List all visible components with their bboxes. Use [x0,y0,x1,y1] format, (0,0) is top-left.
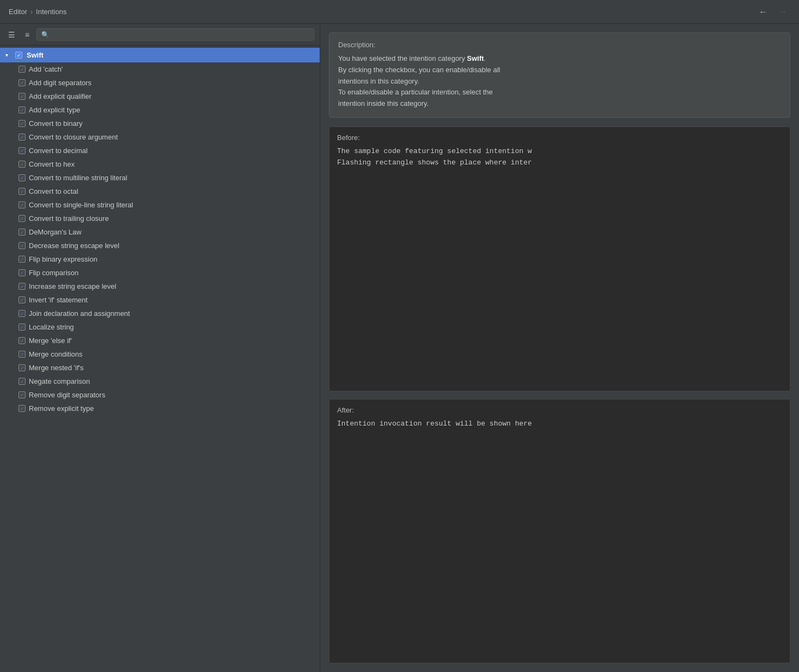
item-label: Merge 'else if' [29,337,72,345]
item-checkbox[interactable]: ✓ [18,66,26,73]
list-item[interactable]: ✓ Merge conditions [0,347,320,361]
item-checkbox[interactable]: ✓ [18,120,26,127]
item-label: Convert to octal [29,187,78,195]
list-item[interactable]: ✓ Add 'catch' [0,62,320,76]
item-checkbox[interactable]: ✓ [18,337,26,344]
item-checkbox[interactable]: ✓ [18,174,26,181]
list-item[interactable]: ✓ Convert to trailing closure [0,212,320,225]
item-checkbox[interactable]: ✓ [18,391,26,398]
top-bar: Editor › Intentions ← → [0,0,799,24]
item-label: Increase string escape level [29,282,116,290]
item-checkbox[interactable]: ✓ [18,242,26,249]
item-label: Decrease string escape level [29,242,119,250]
item-checkbox[interactable]: ✓ [18,79,26,86]
list-item[interactable]: ✓ Increase string escape level [0,280,320,293]
list-item[interactable]: ✓ Flip comparison [0,266,320,280]
list-item[interactable]: ✓ Negate comparison [0,375,320,388]
list-item[interactable]: ✓ Merge nested 'if's [0,361,320,375]
breadcrumb-current: Intentions [36,8,66,16]
list-item[interactable]: ✓ Add explicit qualifier [0,90,320,103]
list-item[interactable]: ✓ Invert 'if' statement [0,293,320,307]
item-label: Negate comparison [29,377,90,385]
list-item[interactable]: ✓ Convert to octal [0,185,320,198]
item-checkbox[interactable]: ✓ [18,296,26,303]
category-swift[interactable]: ▾ ✓ Swift [0,48,320,62]
item-checkbox[interactable]: ✓ [18,106,26,113]
item-checkbox[interactable]: ✓ [18,93,26,100]
item-label: Convert to hex [29,160,75,168]
item-checkbox[interactable]: ✓ [18,364,26,371]
item-label: Remove explicit type [29,404,94,413]
expand-icon: ☰ [8,30,15,39]
item-checkbox[interactable]: ✓ [18,215,26,222]
search-box: 🔍 [36,28,314,41]
list-item[interactable]: ✓ Flip binary expression [0,252,320,266]
category-checkbox[interactable]: ✓ [15,52,22,59]
list-item[interactable]: ✓ Decrease string escape level [0,239,320,252]
item-checkbox[interactable]: ✓ [18,378,26,385]
item-label: Convert to decimal [29,147,87,155]
item-checkbox[interactable]: ✓ [18,147,26,154]
item-label: Convert to multiline string literal [29,174,127,182]
item-label: Flip comparison [29,269,79,277]
item-checkbox[interactable]: ✓ [18,324,26,331]
description-section: Description: You have selected the inten… [329,33,790,118]
item-label: Remove digit separators [29,391,105,399]
item-label: Add explicit type [29,106,80,114]
item-label: Merge nested 'if's [29,364,84,372]
list-item[interactable]: ✓ Convert to binary [0,117,320,130]
item-checkbox[interactable]: ✓ [18,134,26,141]
item-label: Localize string [29,323,74,331]
after-code: Intention invocation result will be show… [337,419,782,430]
list-item[interactable]: ✓ Join declaration and assignment [0,307,320,320]
tree-list: ▾ ✓ Swift ✓ Add 'catch' ✓ Add digit sepa… [0,46,320,672]
search-input[interactable] [52,30,309,39]
list-item[interactable]: ✓ Remove digit separators [0,388,320,402]
list-item[interactable]: ✓ Convert to decimal [0,144,320,157]
item-checkbox[interactable]: ✓ [18,161,26,168]
item-checkbox[interactable]: ✓ [18,201,26,208]
expand-all-button[interactable]: ☰ [5,29,18,41]
list-item[interactable]: ✓ Convert to multiline string literal [0,171,320,185]
nav-back-button[interactable]: ← [756,6,771,18]
description-bold: Swift [467,54,484,62]
before-code: The sample code featuring selected inten… [337,146,782,169]
breadcrumb: Editor › Intentions [9,8,67,16]
item-label: Merge conditions [29,350,83,358]
list-item[interactable]: ✓ Convert to closure argument [0,130,320,144]
nav-buttons: ← → [756,6,790,18]
item-checkbox[interactable]: ✓ [18,351,26,358]
item-checkbox[interactable]: ✓ [18,283,26,290]
filter-icon: ≡ [25,30,29,39]
list-item[interactable]: ✓ DeMorgan's Law [0,225,320,239]
item-label: Add digit separators [29,79,92,87]
item-label: Convert to trailing closure [29,214,109,223]
description-title: Description: [338,41,781,49]
item-checkbox[interactable]: ✓ [18,405,26,412]
breadcrumb-root: Editor [9,8,27,16]
item-checkbox[interactable]: ✓ [18,269,26,276]
list-item[interactable]: ✓ Localize string [0,320,320,334]
left-panel: ☰ ≡ 🔍 ▾ ✓ Swift ✓ Add 'catch' [0,24,320,672]
after-section: After: Intention invocation result will … [329,399,790,664]
list-item[interactable]: ✓ Merge 'else if' [0,334,320,347]
list-item[interactable]: ✓ Convert to hex [0,157,320,171]
item-label: DeMorgan's Law [29,228,81,236]
list-item[interactable]: ✓ Remove explicit type [0,402,320,415]
item-checkbox[interactable]: ✓ [18,310,26,317]
list-item[interactable]: ✓ Add digit separators [0,76,320,90]
item-checkbox[interactable]: ✓ [18,229,26,236]
list-item[interactable]: ✓ Convert to single-line string literal [0,198,320,212]
after-title: After: [337,406,782,414]
item-label: Invert 'if' statement [29,296,87,304]
item-label: Convert to closure argument [29,133,118,141]
item-label: Add 'catch' [29,65,63,73]
item-checkbox[interactable]: ✓ [18,188,26,195]
list-item[interactable]: ✓ Add explicit type [0,103,320,117]
item-checkbox[interactable]: ✓ [18,256,26,263]
category-label: Swift [27,51,43,59]
before-section: Before: The sample code featuring select… [329,126,790,391]
filter-button[interactable]: ≡ [22,29,32,41]
nav-forward-button[interactable]: → [775,6,790,18]
right-panel: Description: You have selected the inten… [320,24,799,672]
